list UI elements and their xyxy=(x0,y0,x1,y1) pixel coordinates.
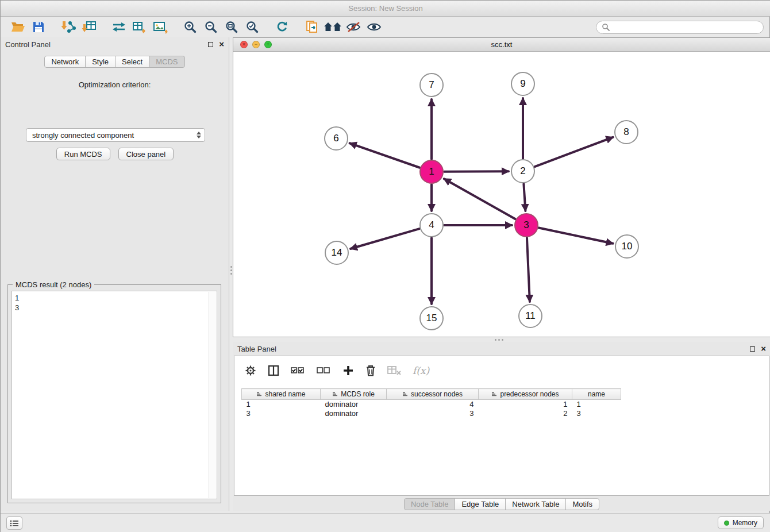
graph-node-7[interactable]: 7 xyxy=(419,73,444,97)
tab-mcds[interactable]: MCDS xyxy=(149,56,184,68)
cell-mcds-role[interactable]: dominator xyxy=(321,409,387,418)
zoom-out-icon xyxy=(204,20,218,34)
dropdown-value: strongly connected component xyxy=(32,131,134,140)
delete-column-button[interactable] xyxy=(365,365,376,376)
search-box[interactable] xyxy=(596,21,764,34)
show-hide-button[interactable] xyxy=(364,18,384,36)
select-all-button[interactable] xyxy=(291,367,305,375)
table-panel-header: Table Panel × xyxy=(233,342,770,356)
column-header-mcds-role[interactable]: MCDS role xyxy=(321,389,387,400)
tab-network[interactable]: Network xyxy=(44,56,86,68)
result-scrollbar[interactable] xyxy=(209,292,216,498)
zoom-window-icon[interactable]: + xyxy=(264,41,272,48)
zoom-out-button[interactable] xyxy=(201,18,221,36)
tab-motifs[interactable]: Motifs xyxy=(565,498,599,510)
cell-predecessor-nodes[interactable]: 2 xyxy=(479,409,572,418)
tab-edge-table[interactable]: Edge Table xyxy=(455,498,506,510)
zoom-selected-button[interactable] xyxy=(242,18,263,36)
graph-node-11[interactable]: 11 xyxy=(518,304,542,328)
network-window-titlebar: × − + scc.txt xyxy=(233,38,770,52)
cell-successor-nodes[interactable]: 4 xyxy=(387,400,479,409)
tab-style[interactable]: Style xyxy=(85,56,116,68)
memory-status-button[interactable]: Memory xyxy=(718,516,764,529)
close-window-icon[interactable]: × xyxy=(240,41,248,48)
graph-node-14[interactable]: 14 xyxy=(325,241,349,265)
graph-node-8[interactable]: 8 xyxy=(614,120,638,144)
network-canvas[interactable]: 7968124314101511 xyxy=(233,52,770,337)
task-history-button[interactable] xyxy=(6,516,22,530)
close-panel-button[interactable]: Close panel xyxy=(118,148,174,160)
import-network-button[interactable] xyxy=(58,18,79,36)
refresh-view-button[interactable] xyxy=(272,18,292,36)
cell-shared-name[interactable]: 1 xyxy=(242,400,321,409)
import-table-icon xyxy=(82,20,97,34)
minimize-window-icon[interactable]: − xyxy=(252,41,260,48)
graph-node-9[interactable]: 9 xyxy=(511,72,535,96)
delete-table-button[interactable] xyxy=(387,365,401,376)
float-panel-icon[interactable] xyxy=(208,42,213,47)
clipboard-button[interactable] xyxy=(302,18,322,36)
graph-edge-3-10[interactable] xyxy=(539,228,613,244)
import-table-button[interactable] xyxy=(79,18,99,36)
graph-node-10[interactable]: 10 xyxy=(615,234,639,259)
tab-node-table[interactable]: Node Table xyxy=(404,498,456,510)
float-panel-icon[interactable] xyxy=(750,346,755,352)
column-header-successor-nodes[interactable]: successor nodes xyxy=(387,389,479,400)
graph-node-4[interactable]: 4 xyxy=(419,213,444,237)
graph-edge-1-2[interactable] xyxy=(444,171,509,172)
graph-node-2[interactable]: 2 xyxy=(511,159,535,183)
table-row[interactable]: 1 dominator 4 1 1 xyxy=(242,400,621,409)
search-input[interactable] xyxy=(613,23,758,32)
status-bar: Memory xyxy=(1,513,770,532)
table-settings-button[interactable] xyxy=(245,365,256,376)
column-header-shared-name[interactable]: shared name xyxy=(242,389,321,400)
show-columns-button[interactable] xyxy=(268,365,279,376)
eye-icon xyxy=(367,21,382,33)
clipboard-icon xyxy=(305,20,319,34)
graph-node-6[interactable]: 6 xyxy=(324,126,348,151)
deselect-all-button[interactable] xyxy=(317,367,331,375)
run-mcds-button[interactable]: Run MCDS xyxy=(56,148,110,160)
cell-mcds-role[interactable]: dominator xyxy=(321,400,387,409)
save-session-button[interactable] xyxy=(28,18,49,36)
close-panel-icon[interactable]: × xyxy=(761,346,766,352)
export-table-button[interactable] xyxy=(129,18,150,36)
refresh-icon xyxy=(275,20,289,34)
export-image-button[interactable] xyxy=(150,18,171,36)
close-panel-icon[interactable]: × xyxy=(219,41,224,47)
cell-shared-name[interactable]: 3 xyxy=(242,409,321,418)
open-session-button[interactable] xyxy=(7,18,28,36)
tab-network-table[interactable]: Network Table xyxy=(505,498,566,510)
cell-name[interactable]: 3 xyxy=(572,409,621,418)
column-header-predecessor-nodes[interactable]: predecessor nodes xyxy=(479,389,572,400)
graph-edge-4-14[interactable] xyxy=(351,229,419,249)
graph-edge-1-6[interactable] xyxy=(350,143,420,167)
control-panel-tabs: Network Style Select MCDS xyxy=(1,56,229,68)
table-panel-tabs: Node Table Edge Table Network Table Moti… xyxy=(233,498,770,510)
home-layout-button[interactable] xyxy=(322,18,343,36)
horizontal-splitter[interactable] xyxy=(233,337,770,342)
graph-edge-2-3[interactable] xyxy=(523,184,525,211)
graph-edge-3-1[interactable] xyxy=(444,179,515,219)
cell-predecessor-nodes[interactable]: 1 xyxy=(479,400,572,409)
graph-edge-3-11[interactable] xyxy=(527,238,530,302)
graph-node-1[interactable]: 1 xyxy=(419,160,444,184)
cell-name[interactable]: 1 xyxy=(572,400,621,409)
graph-node-3[interactable]: 3 xyxy=(514,213,538,237)
network-compare-button[interactable] xyxy=(109,18,129,36)
column-header-name[interactable]: name xyxy=(572,389,621,400)
graphics-details-button[interactable] xyxy=(343,18,364,36)
zoom-fit-button[interactable] xyxy=(221,18,242,36)
tab-select[interactable]: Select xyxy=(115,56,149,68)
delete-table-icon xyxy=(387,365,401,376)
add-column-button[interactable] xyxy=(342,365,354,376)
memory-label: Memory xyxy=(733,519,757,527)
function-builder-button[interactable]: f(x) xyxy=(413,365,429,376)
zoom-in-button[interactable] xyxy=(180,18,201,36)
optimization-criterion-dropdown[interactable]: strongly connected component xyxy=(26,128,205,142)
cell-successor-nodes[interactable]: 3 xyxy=(387,409,479,418)
graph-node-15[interactable]: 15 xyxy=(419,306,444,330)
network-window-title: scc.txt xyxy=(491,40,513,49)
table-row[interactable]: 3 dominator 3 2 3 xyxy=(242,409,621,418)
graph-edge-2-8[interactable] xyxy=(535,137,613,167)
